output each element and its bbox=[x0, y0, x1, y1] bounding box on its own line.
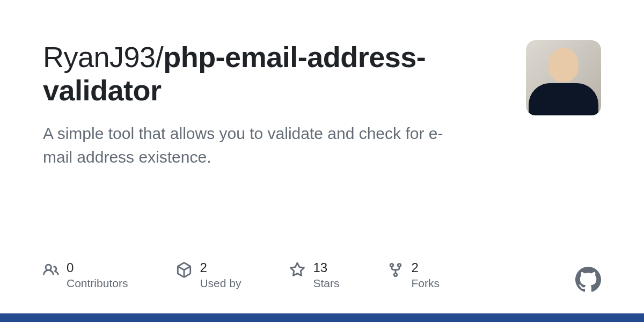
repo-title-block: RyanJ93/php-email-address-validator A si… bbox=[43, 40, 504, 169]
stat-used-by[interactable]: 2 Used by bbox=[176, 261, 241, 290]
people-icon bbox=[43, 262, 59, 278]
fork-icon bbox=[387, 262, 404, 278]
stat-label: Contributors bbox=[67, 277, 128, 290]
stat-stars[interactable]: 13 Stars bbox=[289, 261, 339, 290]
stat-label: Stars bbox=[313, 277, 339, 290]
repo-title[interactable]: RyanJ93/php-email-address-validator bbox=[43, 40, 504, 107]
repo-description: A simple tool that allows you to validat… bbox=[43, 122, 462, 169]
stat-value: 2 bbox=[200, 261, 241, 275]
slash: / bbox=[156, 41, 164, 73]
owner-avatar[interactable] bbox=[526, 40, 601, 115]
github-logo-icon bbox=[575, 267, 601, 292]
stat-contributors[interactable]: 0 Contributors bbox=[43, 261, 128, 290]
stat-value: 2 bbox=[411, 261, 440, 275]
stat-value: 0 bbox=[67, 261, 128, 275]
star-icon bbox=[289, 262, 305, 278]
accent-bar bbox=[0, 313, 644, 322]
stat-label: Used by bbox=[200, 277, 241, 290]
stat-value: 13 bbox=[313, 261, 339, 275]
repo-stats: 0 Contributors 2 Used by 13 Stars bbox=[43, 261, 440, 290]
repo-owner[interactable]: RyanJ93 bbox=[43, 41, 156, 73]
stat-label: Forks bbox=[411, 277, 440, 290]
stat-forks[interactable]: 2 Forks bbox=[387, 261, 440, 290]
package-icon bbox=[176, 262, 192, 278]
